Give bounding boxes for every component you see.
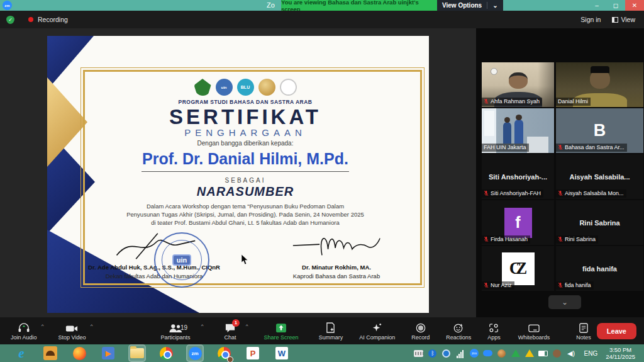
- summary-button[interactable]: Summary: [313, 317, 349, 344]
- chrome-profile-icon[interactable]: [216, 346, 231, 361]
- zoom-taskbar-icon[interactable]: zm: [187, 346, 203, 361]
- certificate-body: Dalam Acara Workshop dengan tema "Penyus…: [91, 202, 399, 227]
- reactions-button[interactable]: Reactions: [440, 317, 477, 344]
- chevron-up-icon[interactable]: ^: [42, 323, 44, 329]
- participant-tile-active-speaker[interactable]: FAH UIN Jakarta: [482, 108, 554, 153]
- file-explorer-icon[interactable]: [130, 346, 145, 361]
- participant-avatar: f: [504, 208, 532, 238]
- participant-display-name: Aisyah Salsabila...: [570, 173, 630, 181]
- divider: [487, 2, 487, 9]
- chevron-up-icon[interactable]: ^: [246, 323, 248, 329]
- participant-name-tag: Aisyah Salsabila Mon...: [556, 189, 626, 198]
- onedrive-icon[interactable]: [441, 349, 451, 358]
- participant-display-name: Rini Sabrina: [579, 219, 619, 227]
- muted-mic-icon: [484, 236, 489, 242]
- time: 3:50 PM: [606, 346, 635, 353]
- certificate-subtitle: PENGHARGAAN: [91, 127, 399, 138]
- participant-name-tag: Rini Sabrina: [556, 235, 598, 244]
- touch-keyboard-icon[interactable]: [414, 349, 423, 358]
- muted-mic-icon: [558, 236, 563, 242]
- chrome-icon[interactable]: [158, 346, 174, 361]
- ai-companion-button[interactable]: AI Companion: [353, 317, 401, 344]
- participant-tile[interactable]: Ahfa Rahman Syah: [482, 62, 554, 107]
- recording-dot-icon: [28, 17, 33, 22]
- whiteboards-button[interactable]: Whiteboards: [513, 317, 556, 344]
- join-audio-button[interactable]: Join Audio ^: [5, 317, 43, 344]
- maximize-button[interactable]: ◻: [606, 0, 625, 11]
- notes-button[interactable]: Notes: [570, 317, 597, 344]
- language-indicator[interactable]: ENG: [584, 350, 597, 357]
- chevron-down-icon: ⌄: [562, 298, 568, 307]
- media-player-icon[interactable]: ▶: [101, 346, 116, 361]
- more-participants-button[interactable]: ⌄: [548, 295, 581, 309]
- signature-squiggle: [286, 231, 387, 261]
- summary-doc-icon: [326, 322, 335, 333]
- zoom-meeting-window: zm Zo You are viewing Bahasa dan Sastra …: [0, 0, 644, 362]
- zoom-app-icon: zm: [3, 1, 12, 10]
- close-button[interactable]: ✕: [625, 0, 644, 11]
- firefox-icon[interactable]: [72, 346, 87, 361]
- leave-button[interactable]: Leave: [597, 323, 636, 339]
- share-screen-button[interactable]: Share Screen: [258, 317, 304, 344]
- chevron-up-icon[interactable]: ^: [91, 323, 93, 329]
- drive-sync-icon[interactable]: [511, 349, 520, 358]
- speaker-icon[interactable]: ◀): [566, 349, 575, 358]
- app-tray-icon[interactable]: [497, 349, 506, 358]
- minimize-button[interactable]: –: [587, 0, 606, 11]
- view-button[interactable]: View: [612, 16, 635, 23]
- network-signal-icon[interactable]: [455, 349, 465, 358]
- participant-tile[interactable]: CZ Nur Aziz: [482, 246, 554, 291]
- bluetooth-icon[interactable]: ᛒ: [428, 349, 437, 358]
- participant-tile[interactable]: Aisyah Salsabila... Aisyah Salsabila Mon…: [556, 154, 643, 199]
- record-button[interactable]: Record: [406, 317, 435, 344]
- zoom-tray-icon[interactable]: zm: [469, 349, 479, 358]
- warning-icon[interactable]: [525, 349, 534, 358]
- window-title: Zo: [267, 1, 275, 9]
- certificate-logos: uin BLU: [91, 79, 399, 96]
- participant-name-tag: Danial Hilmi: [556, 98, 591, 106]
- given-to-text: Dengan bangga diberikan kepada:: [91, 140, 399, 147]
- participant-tile[interactable]: fida hanifa fida hanifa: [556, 246, 643, 291]
- apps-button[interactable]: Apps: [482, 317, 506, 344]
- chat-button[interactable]: 1 Chat ^: [219, 317, 242, 344]
- avatar-tray-icon[interactable]: [552, 349, 562, 358]
- view-options-button[interactable]: View Options ⌄: [437, 0, 503, 11]
- participant-name-tag: Ahfa Rahman Syah: [482, 98, 542, 106]
- sign-in-link[interactable]: Sign in: [580, 16, 601, 23]
- recipient-role: NARASUMBER: [91, 184, 399, 199]
- name-underline: [142, 171, 349, 172]
- participant-tile[interactable]: Danial Hilmi: [556, 62, 643, 107]
- camera-icon: [65, 322, 78, 333]
- smiley-icon: [453, 322, 464, 333]
- participants-icon: 19: [169, 322, 182, 333]
- clock[interactable]: 3:50 PM 24/11/2025: [606, 346, 635, 360]
- powerpoint-icon[interactable]: P: [245, 346, 260, 361]
- encryption-shield-icon[interactable]: ✓: [6, 16, 14, 24]
- internet-explorer-icon[interactable]: e: [14, 346, 29, 361]
- date: 24/11/2025: [606, 353, 635, 360]
- chevron-up-icon[interactable]: ^: [201, 323, 204, 329]
- muted-mic-icon: [558, 190, 563, 196]
- participants-button[interactable]: 19 Participants ^: [155, 317, 196, 344]
- program-name: PROGRAM STUDI BAHASA DAN SASTRA ARAB: [91, 99, 399, 105]
- word-processor-icon[interactable]: W: [274, 346, 289, 361]
- participant-tile[interactable]: B Bahasa dan Sastra Ar...: [556, 108, 643, 153]
- participant-tile[interactable]: Siti Anshoriyah-... Siti Anshoriyah-FAH: [482, 154, 554, 199]
- shared-screen-area: uin BLU PROGRAM STUDI BAHASA DAN SASTRA …: [0, 28, 476, 317]
- participants-panel: Ahfa Rahman Syah Danial Hilmi FAH UIN Ja…: [476, 28, 644, 317]
- battery-icon[interactable]: [538, 349, 548, 358]
- gold-seal-logo: [258, 79, 275, 96]
- participant-tile[interactable]: f Firda Hasanah: [482, 200, 554, 245]
- participant-name-tag: Firda Hasanah: [482, 235, 530, 244]
- share-screen-icon: [275, 322, 287, 333]
- muted-mic-icon: [484, 190, 489, 196]
- participant-tile[interactable]: Rini Sabrina Rini Sabrina: [556, 200, 643, 245]
- stop-video-button[interactable]: Stop Video ^: [53, 317, 92, 344]
- meeting-info-bar: ✓ Recording Sign in View: [0, 11, 644, 28]
- gauge-app-icon[interactable]: [43, 346, 58, 361]
- title-bar: zm Zo You are viewing Bahasa dan Sastra …: [0, 0, 644, 11]
- cloud-sync-icon[interactable]: [483, 349, 492, 358]
- chevron-down-icon[interactable]: ⌄: [492, 2, 497, 9]
- certificate: uin BLU PROGRAM STUDI BAHASA DAN SASTRA …: [47, 36, 429, 313]
- blu-logo: BLU: [237, 79, 254, 96]
